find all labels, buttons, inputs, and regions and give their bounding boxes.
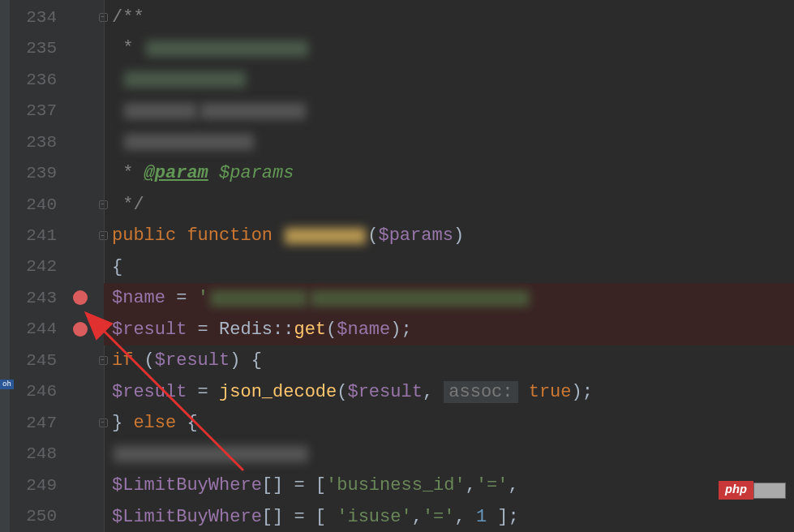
code-line[interactable]: $result = json_decode($result, assoc: tr… <box>104 376 794 408</box>
string-token: '=' <box>423 507 455 527</box>
redacted-text <box>285 228 366 244</box>
comment-token: /** <box>112 7 144 28</box>
op-token: = <box>187 320 219 340</box>
punct-token: , <box>455 507 476 527</box>
redacted-text <box>124 103 197 119</box>
punct-token: } <box>112 413 133 433</box>
punct-token: ( <box>367 225 378 246</box>
line-number: 242 <box>10 257 57 276</box>
gutter-row[interactable]: 236 <box>10 64 104 95</box>
comment-token <box>112 101 122 121</box>
gutter-row[interactable]: 235 <box>10 32 104 63</box>
gutter-row[interactable]: 240 − <box>10 189 104 220</box>
code-line[interactable]: public function ($params) <box>104 221 794 252</box>
comment-token <box>112 70 122 90</box>
op-token: = <box>187 382 219 402</box>
punct-token: ( <box>133 350 154 371</box>
line-number: 234 <box>10 8 57 27</box>
punct-token: , <box>423 382 444 402</box>
keyword-token: if <box>112 350 133 371</box>
punct-token: ) { <box>230 350 262 371</box>
gutter-row[interactable]: 246 <box>10 376 104 407</box>
gutter-row[interactable]: 243 <box>10 282 104 313</box>
code-line-breakpoint[interactable]: $result = Redis::get($name); <box>104 314 794 345</box>
comment-token: * <box>112 163 144 183</box>
line-number: 235 <box>10 39 57 58</box>
breakpoint-icon[interactable] <box>73 322 88 337</box>
punct-token: , <box>509 475 519 496</box>
code-line[interactable]: $LimitBuyWhere[] = [ 'isuse','=', 1 ]; <box>104 501 794 532</box>
redacted-text <box>146 41 308 57</box>
punct-token: , <box>466 475 476 496</box>
op-token: = <box>165 288 198 308</box>
gutter[interactable]: 234 − 235 236 237 238 239 240 − 241 − 24… <box>10 0 104 532</box>
param-hint: assoc: <box>444 381 517 403</box>
code-line[interactable]: * @param $params <box>104 158 794 190</box>
code-line[interactable]: } else { <box>104 408 794 440</box>
gutter-row[interactable]: 234 − <box>10 2 104 32</box>
line-number: 238 <box>10 133 57 152</box>
code-line[interactable] <box>104 127 794 158</box>
code-area[interactable]: /** * * @param $params */ public functio… <box>104 0 794 532</box>
code-editor: 234 − 235 236 237 238 239 240 − 241 − 24… <box>0 0 794 532</box>
php-badge-box <box>753 483 786 499</box>
code-line-breakpoint[interactable]: $name = ' <box>104 283 794 315</box>
code-line[interactable]: */ <box>104 189 794 221</box>
breakpoint-icon[interactable] <box>73 290 88 305</box>
punct-token: :: <box>273 320 294 340</box>
string-token: 'business_id' <box>326 475 466 496</box>
line-number: 248 <box>10 444 57 463</box>
line-number: 240 <box>10 195 57 214</box>
const-token: true <box>529 382 572 402</box>
gutter-row[interactable]: 237 <box>10 95 104 126</box>
punct-token: ( <box>326 320 337 340</box>
punct-token: { <box>176 413 197 433</box>
gutter-row[interactable]: 250 <box>10 501 104 532</box>
gutter-row[interactable]: 249 <box>10 470 104 500</box>
number-token: 1 <box>476 507 487 527</box>
line-number: 245 <box>10 351 57 370</box>
var-token: $result <box>347 382 422 402</box>
php-badge-text: php <box>719 481 753 500</box>
keyword-token: function <box>187 225 273 246</box>
gutter-row[interactable]: 248 <box>10 439 104 470</box>
var-token: $result <box>112 320 187 340</box>
var-token: $result <box>155 350 230 371</box>
var-token: $result <box>112 382 187 402</box>
line-number: 236 <box>10 71 57 89</box>
space <box>273 225 283 246</box>
gutter-row[interactable]: 244 <box>10 314 104 345</box>
redacted-text <box>114 446 308 462</box>
line-number: 246 <box>10 382 57 401</box>
line-number: 241 <box>10 226 57 245</box>
redacted-text <box>200 103 306 119</box>
code-line[interactable] <box>104 96 794 127</box>
gutter-row[interactable]: 245 − <box>10 345 104 375</box>
var-token: $LimitBuyWhere <box>112 475 262 496</box>
gutter-row[interactable]: 238 <box>10 127 104 157</box>
class-token: Redis <box>219 320 273 340</box>
code-line[interactable]: /** <box>104 2 794 33</box>
gutter-row[interactable]: 242 <box>10 251 104 282</box>
punct-token: ]; <box>487 507 519 527</box>
var-token: $params <box>378 225 453 246</box>
punct-token: , <box>412 507 423 527</box>
code-line[interactable] <box>104 439 794 470</box>
line-number: 243 <box>10 289 57 307</box>
line-number: 249 <box>10 476 57 495</box>
gutter-row[interactable]: 241 − <box>10 220 104 251</box>
code-line[interactable]: { <box>104 251 794 283</box>
left-strip <box>0 0 10 532</box>
php-watermark: php <box>719 481 786 500</box>
code-line[interactable] <box>104 64 794 96</box>
line-number: 237 <box>10 101 57 120</box>
code-line[interactable]: $LimitBuyWhere[] = ['business_id','=', <box>104 470 794 502</box>
code-line[interactable]: if ($result) { <box>104 345 794 377</box>
doctag-token: @param <box>144 163 208 183</box>
line-number: 250 <box>10 507 57 526</box>
gutter-row[interactable]: 247 − <box>10 407 104 438</box>
comment-token <box>208 163 219 183</box>
code-line[interactable]: * <box>104 33 794 65</box>
gutter-row[interactable]: 239 <box>10 157 104 188</box>
keyword-token: public <box>112 225 176 246</box>
